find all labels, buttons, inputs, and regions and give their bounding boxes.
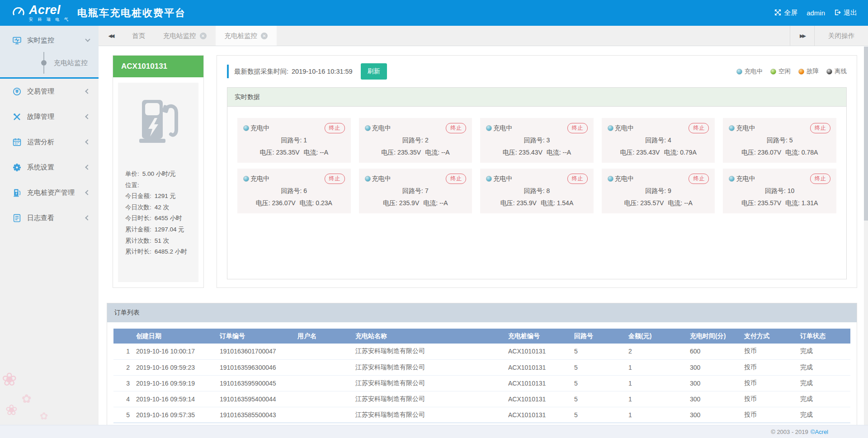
realtime-data-title: 实时数据 [227, 88, 846, 107]
circuit-card-9: 充电中终止 回路号: 9 电压: 235.57V电流: --A [602, 169, 715, 213]
table-header-row: 创建日期 订单编号 用户名 充电站名称 充电桩编号 回路号 金额(元) 充电时间… [113, 329, 850, 344]
sidebar-item-logs[interactable]: 日志查看 [0, 205, 99, 231]
fault-dot-icon [798, 69, 804, 75]
document-icon [13, 214, 21, 222]
circuit-card-8: 充电中终止 回路号: 8 电压: 235.9V电流: 1.54A [480, 169, 594, 213]
chevron-left-icon [85, 165, 90, 170]
legend-charging: 充电中 [736, 67, 763, 75]
stop-button[interactable]: 终止 [446, 123, 466, 133]
voltage-current: 电压: 235.57V电流: --A [608, 199, 709, 207]
tab-label: 首页 [132, 32, 145, 40]
blossom-decoration: ❀ [5, 401, 18, 419]
station-stats: 单价:5.00 小时/元 位置: 今日金额:1291 元 今日次数:42 次 今… [125, 169, 191, 258]
logout-button[interactable]: 退出 [834, 9, 857, 17]
stat-unit-price: 单价:5.00 小时/元 [125, 169, 191, 180]
sidebar-item-faults[interactable]: 故障管理 [0, 104, 99, 129]
col-seq [113, 329, 136, 344]
sidebar-subitem-label: 充电站监控 [54, 59, 88, 67]
circuit-number: 回路号: 7 [365, 187, 467, 195]
stop-button[interactable]: 终止 [567, 123, 588, 133]
vertical-scrollbar[interactable] [864, 47, 868, 425]
table-row: 1 2019-10-16 10:00:17 1910163601700047 江… [113, 344, 850, 359]
sidebar-item-label: 实时监控 [27, 36, 54, 45]
col-circuit: 回路号 [574, 329, 628, 344]
stop-button[interactable]: 终止 [325, 174, 345, 184]
chevron-left-icon [85, 190, 90, 195]
tab-home[interactable]: 首页 [123, 26, 154, 46]
tabbar-spacer [277, 26, 790, 46]
circuit-card-grid: 充电中终止 回路号: 1 电压: 235.35V电流: --A 充电中终止 回路… [227, 107, 846, 225]
logo-wordmark: Acrel [29, 4, 70, 16]
close-icon[interactable]: ✕ [261, 33, 268, 39]
stop-button[interactable]: 终止 [810, 174, 830, 184]
idle-dot-icon [770, 69, 776, 75]
circuit-number: 回路号: 6 [243, 187, 345, 195]
col-pay: 支付方式 [744, 329, 800, 344]
stat-today-amount: 今日金额:1291 元 [125, 191, 191, 202]
tab-label: 充电站监控 [163, 32, 196, 40]
charging-dot-icon [243, 125, 249, 131]
acrel-logo-mark-icon [12, 5, 25, 21]
sidebar-item-transactions[interactable]: ¥ 交易管理 [0, 79, 99, 104]
user-menu[interactable]: admin [807, 9, 825, 17]
tabs-scroll-right-button[interactable]: ▶▶ [790, 26, 814, 46]
sidebar-item-realtime-monitor[interactable]: 实时监控 [0, 30, 99, 50]
charging-dot-icon [365, 125, 371, 131]
circuit-card-10: 充电中终止 回路号: 10 电压: 235.57V电流: 1.31A [723, 169, 836, 213]
col-minutes: 充电时间(分) [690, 329, 744, 344]
stat-total-amount: 累计金额:1297.04 元 [125, 224, 191, 235]
orders-table: 创建日期 订单编号 用户名 充电站名称 充电桩编号 回路号 金额(元) 充电时间… [113, 329, 850, 423]
sidebar-item-station-monitor[interactable]: 充电站监控 [0, 50, 99, 75]
legend-offline: 离线 [826, 67, 847, 75]
charging-dot-icon [729, 176, 735, 182]
gear-icon [13, 163, 21, 172]
blossom-decoration: ❀ [2, 369, 17, 390]
circuit-number: 回路号: 9 [608, 187, 709, 195]
header-actions: 全屏 admin 退出 [774, 9, 857, 17]
sidebar-item-settings[interactable]: 系统设置 [0, 155, 99, 180]
copyright-text: © 2003 - 2019 [771, 429, 808, 435]
circuit-number: 回路号: 1 [243, 137, 345, 145]
submenu-dot [41, 60, 47, 66]
card-status: 充电中 [608, 124, 634, 132]
card-status: 充电中 [729, 124, 755, 132]
sidebar-item-label: 交易管理 [27, 87, 54, 96]
close-icon[interactable]: ✕ [200, 33, 207, 39]
stop-button[interactable]: 终止 [567, 174, 588, 184]
brand-link[interactable]: ©Acrel [811, 429, 828, 435]
tab-station-monitor[interactable]: 充电站监控 ✕ [154, 26, 216, 46]
tab-label: 充电桩监控 [225, 32, 258, 40]
scrollbar-thumb[interactable] [864, 47, 868, 221]
stop-button[interactable]: 终止 [325, 123, 345, 133]
sidebar-item-pile-assets[interactable]: 充电桩资产管理 [0, 180, 99, 205]
stat-location: 位置: [125, 180, 191, 191]
stop-button[interactable]: 终止 [689, 123, 709, 133]
sidebar-item-analytics[interactable]: 运营分析 [0, 129, 99, 155]
monitor-icon [13, 36, 21, 45]
acrel-logo: Acrel 安 科 瑞 电 气 [12, 4, 70, 22]
circuit-number: 回路号: 8 [486, 187, 588, 195]
charging-pile-illustration [136, 99, 181, 150]
yuan-circle-icon: ¥ [13, 87, 21, 96]
tab-pile-monitor[interactable]: 充电桩监控 ✕ [216, 26, 277, 46]
fullscreen-button[interactable]: 全屏 [774, 9, 797, 17]
col-pile: 充电桩编号 [508, 329, 574, 344]
table-row: 4 2019-10-16 09:59:14 1910163595400044 江… [113, 391, 850, 407]
stop-button[interactable]: 终止 [689, 174, 709, 184]
charging-dot-icon [486, 125, 492, 131]
voltage-current: 电压: 235.35V电流: --A [365, 149, 467, 157]
stop-button[interactable]: 终止 [810, 123, 830, 133]
chevron-left-icon [85, 89, 90, 94]
charging-dot-icon [486, 176, 492, 182]
legend-fault: 故障 [798, 67, 819, 75]
refresh-button[interactable]: 刷新 [361, 63, 387, 80]
stop-button[interactable]: 终止 [446, 174, 466, 184]
voltage-current: 电压: 236.07V电流: 0.78A [729, 149, 830, 157]
tabs-scroll-left-button[interactable]: ◀◀ [99, 26, 123, 46]
circuit-card-5: 充电中终止 回路号: 5 电压: 236.07V电流: 0.78A [723, 118, 836, 163]
station-code: ACX1010131 [113, 56, 203, 77]
close-operations-button[interactable]: 关闭操作 [814, 26, 868, 46]
voltage-current: 电压: 235.43V电流: 0.79A [608, 149, 709, 157]
accent-bar [227, 65, 229, 78]
chevron-left-icon [85, 215, 90, 220]
